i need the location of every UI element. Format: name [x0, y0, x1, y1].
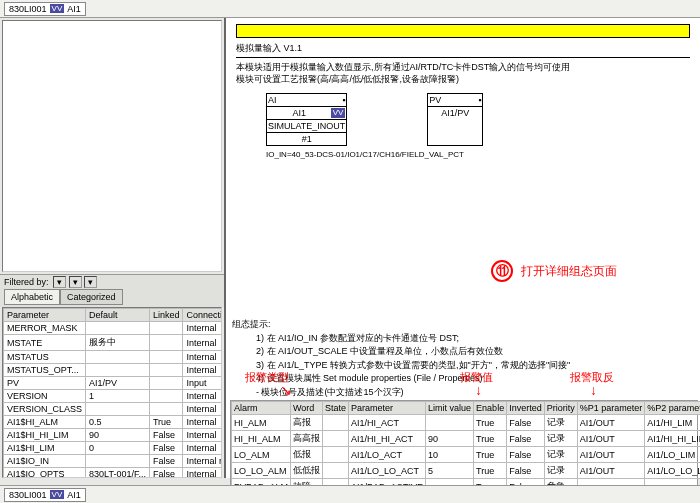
- col-header[interactable]: Linked: [149, 309, 183, 322]
- pv-block[interactable]: PV▪ AI1/PV: [427, 93, 483, 146]
- col-header[interactable]: Parameter: [4, 309, 86, 322]
- tab-tag: AI1: [67, 490, 81, 500]
- table-row[interactable]: VERSION_CLASSInternal: [4, 403, 223, 416]
- col-header[interactable]: Word: [291, 402, 323, 415]
- table-row[interactable]: AI1$HI_HI_LIM90FalseInternal: [4, 429, 223, 442]
- tab-categorized[interactable]: Categorized: [60, 289, 123, 305]
- tab-alphabetic[interactable]: Alphabetic: [4, 289, 60, 305]
- ai-block[interactable]: AI▪ AI1VV SIMULATE_INOUT #1: [266, 93, 347, 146]
- table-row[interactable]: LO_LO_ALM低低报AI1/LO_LO_ACT5TrueFalse记录AI1…: [232, 463, 701, 479]
- hint-item: 2) 在 AI1/OUT_SCALE 中设置量程及单位，小数点后有效位数: [256, 345, 700, 359]
- doc-desc: 本模块适用于模拟量输入数值显示,所有通过AI/RTD/TC卡件DST输入的信号均…: [236, 62, 690, 85]
- table-row[interactable]: MERROR_MASKInternal: [4, 322, 223, 335]
- filter-btn1[interactable]: ▾: [53, 276, 66, 288]
- filter-btn2[interactable]: ▾: [69, 276, 82, 288]
- table-row[interactable]: LO_ALM低报AI1/LO_ACT10TrueFalse记录AI1/OUTAI…: [232, 447, 701, 463]
- tab-id: 830LI001: [9, 4, 47, 14]
- hint-item: - 模块位号及描述(中文描述15个汉字): [256, 386, 700, 400]
- table-row[interactable]: MSTATE服务中Internal: [4, 335, 223, 351]
- vv-badge: VV: [50, 4, 65, 13]
- table-row[interactable]: MSTATUSInternal: [4, 351, 223, 364]
- table-row[interactable]: AI1$IO_OPTS830LT-001/F...FalseInternal: [4, 468, 223, 479]
- tab-id: 830LI001: [9, 490, 47, 500]
- tree-view[interactable]: [2, 20, 222, 272]
- label-alarm-value: 报警值: [460, 370, 493, 385]
- table-row[interactable]: AI1$IO_INFalseInternal read: [4, 455, 223, 468]
- alarm-table-wrap[interactable]: AlarmWordStateParameterLimit valueEnable…: [230, 400, 698, 496]
- table-row[interactable]: AI1$HI_ALM0.5TrueInternal: [4, 416, 223, 429]
- doc-title: 模拟量输入 V1.1: [236, 40, 690, 58]
- tab-tag: AI1: [67, 4, 81, 14]
- table-row[interactable]: HI_ALM高报AI1/HI_ACTTrueFalse记录AI1/OUTAI1/…: [232, 415, 701, 431]
- table-row[interactable]: MSTATUS_OPT...Internal: [4, 364, 223, 377]
- col-header[interactable]: Priority: [544, 402, 577, 415]
- expand-icon[interactable]: ▪: [342, 95, 345, 105]
- table-row[interactable]: PVAI1/PVInput: [4, 377, 223, 390]
- io-in-text: IO_IN=40_53-DCS-01/IO1/C17/CH16/FIELD_VA…: [266, 150, 690, 159]
- col-header[interactable]: %P1 parameter: [577, 402, 645, 415]
- col-header[interactable]: Inverted: [507, 402, 545, 415]
- hint-item: 1) 在 AI1/IO_IN 参数配置对应的卡件通道位号 DST;: [256, 332, 700, 346]
- vv-badge: VV: [50, 490, 65, 499]
- callout-number: ⑪: [491, 260, 513, 282]
- param-table-wrap[interactable]: ParameterDefaultLinkedConnection t... ME…: [2, 307, 222, 478]
- col-header[interactable]: Default: [86, 309, 150, 322]
- col-header[interactable]: State: [323, 402, 349, 415]
- label-alarm-invert: 报警取反: [570, 370, 614, 385]
- filter-label: Filtered by:: [4, 277, 49, 287]
- param-table: ParameterDefaultLinkedConnection t... ME…: [3, 308, 222, 478]
- table-row[interactable]: VERSION1Internal: [4, 390, 223, 403]
- table-row[interactable]: AI1$HI_LIM0FalseInternal: [4, 442, 223, 455]
- filter-btn3[interactable]: ▾: [84, 276, 97, 288]
- left-panel: Filtered by: ▾ ▾ ▾ Alphabetic Categorize…: [0, 18, 226, 478]
- col-header[interactable]: Parameter: [349, 402, 426, 415]
- bottom-tab[interactable]: 830LI001 VV AI1: [4, 488, 86, 502]
- expand-icon[interactable]: ▪: [478, 95, 481, 105]
- yellow-banner: [236, 24, 690, 38]
- col-header[interactable]: Alarm: [232, 402, 291, 415]
- filter-bar: Filtered by: ▾ ▾ ▾ Alphabetic Categorize…: [0, 274, 224, 307]
- col-header[interactable]: Limit value: [426, 402, 474, 415]
- bottom-tab-bar: 830LI001 VV AI1: [0, 485, 700, 503]
- vv-badge: VV: [331, 108, 346, 118]
- callout-text: 打开详细组态页面: [521, 263, 617, 280]
- alarm-table: AlarmWordStateParameterLimit valueEnable…: [231, 401, 700, 495]
- label-alarm-type: 报警类型: [245, 370, 289, 385]
- callout-11: ⑪ 打开详细组态页面: [491, 260, 617, 282]
- col-header[interactable]: Enable: [474, 402, 507, 415]
- col-header[interactable]: %P2 parameter: [645, 402, 700, 415]
- table-row[interactable]: HI_HI_ALM高高报AI1/HI_HI_ACT90TrueFalse记录AI…: [232, 431, 701, 447]
- top-tab[interactable]: 830LI001 VV AI1: [4, 2, 86, 16]
- col-header[interactable]: Connection t...: [183, 309, 222, 322]
- top-tab-bar: 830LI001 VV AI1: [0, 0, 700, 18]
